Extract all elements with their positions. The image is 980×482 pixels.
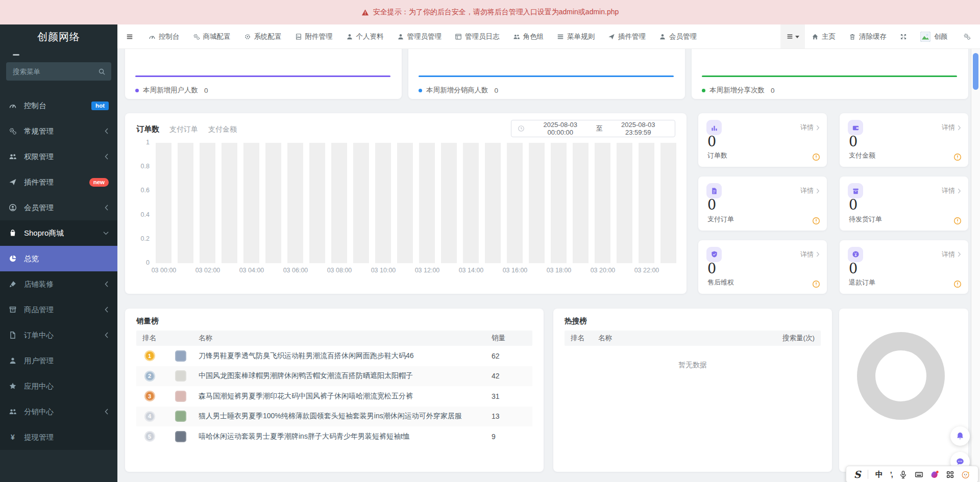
detail-link[interactable]: 详情: [800, 186, 820, 195]
detail-link[interactable]: 详情: [942, 250, 961, 259]
sidebar-menu: 控制台 hot 常规管理 权限管理 插件管理 new 会员管理 Shopro商城…: [0, 93, 117, 450]
product-name-link[interactable]: 森马国潮短裤男夏季潮印花大码中国风裤子休闲嘻哈潮流宽松五分裤: [199, 392, 492, 401]
user-menu[interactable]: 创颜: [914, 24, 954, 48]
detail-link[interactable]: 详情: [942, 186, 961, 195]
stat-label: 售后维权: [707, 278, 734, 287]
sidebar-item-label: 商品管理: [24, 305, 54, 315]
chart-background-bar: [507, 143, 523, 263]
topnav-item[interactable]: 商城配置: [186, 24, 237, 48]
stat-label: 待发货订单: [849, 215, 882, 224]
search-icon[interactable]: [98, 68, 106, 75]
product-name-link[interactable]: 刀锋男鞋夏季透气防臭飞织运动鞋男潮流百搭休闲网面跑步鞋大码46: [199, 351, 492, 361]
chevron-right-icon: [958, 125, 961, 131]
scrollbar-thumb[interactable]: [973, 53, 978, 90]
clear-cache-button[interactable]: 清除缓存: [842, 24, 893, 48]
sidebar-item[interactable]: 常规管理: [0, 118, 117, 144]
chevron-right-icon: [958, 188, 961, 194]
topnav-item[interactable]: 附件管理: [288, 24, 339, 48]
notification-bell-button[interactable]: [950, 426, 970, 446]
cogs-icon: [193, 33, 200, 40]
product-name-link[interactable]: 猫人男士睡衣男夏季100%纯棉薄款圆领套头短袖套装男ins潮休闲运动可外穿家居服: [199, 412, 492, 421]
topnav-item[interactable]: 插件管理: [601, 24, 652, 48]
chart-background-bar: [463, 143, 479, 263]
trend-line: [135, 75, 390, 77]
stat-card: 详情 0 退款订单: [840, 240, 968, 294]
sidebar-item[interactable]: 插件管理 new: [0, 169, 117, 195]
sidebar-item-shopro[interactable]: Shopro商城: [0, 220, 117, 246]
sidebar-item[interactable]: 用户管理: [0, 348, 117, 373]
microphone-icon[interactable]: [899, 470, 908, 479]
rank-medal: 5: [144, 431, 155, 442]
skin-icon[interactable]: [930, 470, 939, 479]
rank-medal: 2: [144, 371, 155, 382]
info-icon[interactable]: [812, 153, 820, 161]
trend-line: [702, 75, 957, 77]
sidebar-item[interactable]: 订单中心: [0, 322, 117, 348]
rocket-icon: [608, 33, 615, 40]
chinese-mode-icon[interactable]: 中: [875, 470, 883, 479]
top-navbar: 控制台 商城配置 系统配置 附件管理 个人资料 管理员管理 管理员日志 角色组 …: [117, 24, 980, 49]
user-icon: [346, 33, 353, 40]
grid-apps-icon[interactable]: [946, 470, 954, 479]
detail-link[interactable]: 详情: [942, 123, 961, 132]
y-axis-label: 0.4: [132, 211, 150, 218]
info-icon[interactable]: [812, 217, 820, 225]
sidebar-item[interactable]: 控制台 hot: [0, 93, 117, 118]
product-name-link[interactable]: 嘻哈休闲运动套装男士夏季潮牌ins胖子大码青少年男装短裤短袖t恤: [199, 432, 492, 441]
sogou-logo-icon[interactable]: S: [854, 470, 861, 479]
date-separator: 至: [596, 124, 603, 133]
sidebar-item[interactable]: 总览: [0, 246, 117, 271]
info-icon[interactable]: [812, 280, 820, 288]
sidebar-item[interactable]: 会员管理: [0, 195, 117, 220]
stat-label: 退款订单: [849, 278, 875, 287]
file-image-icon: [295, 33, 302, 40]
main-content: 本周新增用户人数 0 本周新增分销商人数 0 本周新增分享次数 0 订单数支付订…: [117, 49, 971, 482]
chart-background-bar: [265, 143, 281, 263]
sidebar-item-label: 插件管理: [24, 177, 54, 187]
topnav-item[interactable]: 管理员管理: [390, 24, 449, 48]
date-range-picker[interactable]: 2025-08-03 00:00:00 至 2025-08-03 23:59:5…: [511, 120, 675, 137]
tabs-dropdown-button[interactable]: [780, 24, 805, 48]
topnav-item[interactable]: 个人资料: [339, 24, 390, 48]
chevron-left-icon: [105, 154, 109, 160]
menu-icon: [557, 33, 564, 40]
sidebar-item[interactable]: 店铺装修: [0, 271, 117, 297]
sales-count: 9: [492, 433, 532, 441]
sidebar-item[interactable]: 分销中心: [0, 399, 117, 424]
page-scrollbar[interactable]: [971, 49, 980, 482]
topnav-item[interactable]: 系统配置: [237, 24, 288, 48]
sidebar-toggle-button[interactable]: [117, 24, 142, 48]
sidebar-item[interactable]: ¥ 提现管理: [0, 424, 117, 450]
topnav-item[interactable]: 管理员日志: [448, 24, 506, 48]
clear-cache-label: 清除缓存: [859, 32, 887, 41]
chart-tab[interactable]: 支付金额: [208, 125, 237, 134]
topnav-item[interactable]: 控制台: [142, 24, 186, 48]
emoji-icon[interactable]: [962, 470, 970, 479]
brand-logo[interactable]: 创颜网络: [0, 24, 117, 49]
punctuation-icon[interactable]: ’,: [890, 470, 892, 478]
chart-tab[interactable]: 订单数: [136, 124, 159, 134]
sidebar-item[interactable]: 权限管理: [0, 144, 117, 169]
date-end[interactable]: 2025-08-03 23:59:59: [608, 121, 669, 136]
topnav-item[interactable]: 会员管理: [652, 24, 703, 48]
home-button[interactable]: 主页: [805, 24, 842, 48]
detail-link[interactable]: 详情: [800, 123, 820, 132]
topnav-item[interactable]: 菜单规则: [550, 24, 601, 48]
date-start[interactable]: 2025-08-03 00:00:00: [530, 121, 591, 136]
col-rank: 排名: [136, 334, 163, 343]
hot-search-title: 热搜榜: [565, 316, 587, 326]
expand-icon: [900, 33, 907, 40]
product-name-link[interactable]: 中国风龙图案棒球帽男潮牌休闲鸭舌帽女潮流百搭防晒遮阳太阳帽子: [199, 371, 492, 380]
info-icon[interactable]: [953, 217, 962, 225]
info-icon[interactable]: [953, 280, 962, 288]
detail-link[interactable]: 详情: [800, 250, 820, 259]
settings-button[interactable]: [954, 33, 980, 40]
topnav-item[interactable]: 角色组: [506, 24, 551, 48]
keyboard-icon[interactable]: [915, 470, 923, 479]
fullscreen-button[interactable]: [893, 24, 914, 48]
sidebar-item[interactable]: 商品管理: [0, 297, 117, 322]
chart-tab[interactable]: 支付订单: [169, 125, 198, 134]
info-icon[interactable]: [953, 153, 962, 161]
sidebar-item[interactable]: 应用中心: [0, 373, 117, 399]
username: 创颜: [934, 32, 947, 41]
